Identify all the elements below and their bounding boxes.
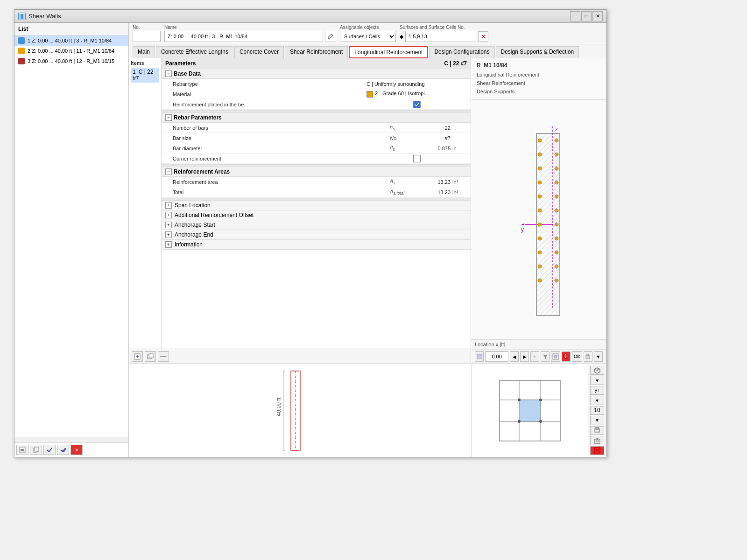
check-button[interactable] — [43, 445, 56, 455]
tab-concrete-cover[interactable]: Concrete Cover — [234, 46, 284, 58]
center-panel: Items 1 C | 22 #7 Parameters C | 22 #7 — [129, 58, 471, 364]
tab-long-reinf[interactable]: Longitudinal Reinforcement — [349, 46, 428, 58]
viz-box-button[interactable] — [551, 351, 560, 362]
tab-concrete-eff[interactable]: Concrete Effective Lengths — [156, 46, 233, 58]
list-item[interactable]: 1 Z: 0.00 ... 40.00 ft | 3 - R_M1 10/84 — [14, 35, 128, 46]
svg-point-42 — [555, 265, 558, 268]
bottom-right-view — [471, 364, 588, 457]
copy-row-button[interactable] — [145, 351, 156, 362]
param-material: Material 2 - Grade 60 | Isotropi... — [162, 89, 471, 99]
list-items: 1 Z: 0.00 ... 40.00 ft | 3 - R_M1 10/84 … — [14, 35, 128, 437]
viz-print-button[interactable] — [584, 351, 592, 362]
collapse-rebar-params[interactable]: − — [165, 114, 172, 121]
section-reinf-areas-header[interactable]: − Reinforcement Areas — [162, 167, 471, 177]
viz-arrow-button[interactable]: ↑ — [530, 351, 539, 362]
collapsed-anchorage-end[interactable]: + Anchorage End — [162, 230, 471, 240]
bottom-error-button[interactable] — [590, 446, 604, 455]
section-base-data-header[interactable]: − Base Data — [162, 69, 471, 79]
tabs-bar: Main Concrete Effective Lengths Concrete… — [129, 44, 606, 58]
bottom-grid-button[interactable]: 10 — [590, 406, 604, 415]
list-item-2[interactable]: 2 Z: 0.00 ... 40.00 ft | 11 - R_M1 10/84 — [14, 46, 128, 56]
minimize-button[interactable]: – — [570, 11, 580, 21]
svg-point-32 — [538, 279, 542, 282]
add-button[interactable] — [16, 445, 28, 455]
collapsed-information[interactable]: + Information — [162, 240, 471, 250]
bottom-dropdown-1[interactable]: ▼ — [590, 376, 604, 385]
svg-point-27 — [538, 209, 542, 212]
list-item-3[interactable]: 3 Z: 0.00 ... 40.00 ft | 12 - R_M1 10/15 — [14, 56, 128, 66]
collapsed-anchorage-start[interactable]: + Anchorage Start — [162, 220, 471, 230]
delete-button[interactable]: ✕ — [70, 445, 83, 455]
svg-text:!: ! — [565, 354, 567, 359]
maximize-button[interactable]: □ — [581, 11, 592, 21]
bottom-dropdown-3[interactable]: ▼ — [590, 416, 604, 425]
viz-footer: Location x [ft] — [471, 339, 606, 349]
svg-rect-6 — [35, 447, 39, 451]
collapsed-span-location[interactable]: + Span Location — [162, 201, 471, 210]
tab-main[interactable]: Main — [133, 46, 155, 58]
expand-anchorage-start[interactable]: + — [165, 222, 172, 228]
anchorage-end-label: Anchorage End — [175, 231, 213, 238]
bottom-print2-button[interactable] — [590, 426, 604, 435]
move-button[interactable] — [158, 351, 169, 362]
tab-design-supports[interactable]: Design Supports & Deflection — [496, 46, 579, 58]
tab-shear-reinf[interactable]: Shear Reinforcement — [285, 46, 348, 58]
surfaces-label: Surfaces and Surface Cells No. — [400, 25, 488, 30]
viz-item-long-reinf: Longitudinal Reinforcement — [477, 70, 601, 79]
svg-marker-46 — [543, 355, 548, 359]
viz-nav-prev[interactable]: ◀ — [510, 351, 519, 362]
edit-name-button[interactable] — [325, 31, 336, 42]
bottom-3d-button[interactable] — [590, 366, 604, 375]
param-reinforcement-placed: Reinforcement placed in the be... — [162, 99, 471, 110]
location-value-input[interactable] — [485, 351, 508, 362]
param-corner-reinf: Corner reinforcement — [162, 154, 471, 164]
collapse-base-data[interactable]: − — [165, 70, 172, 77]
list-item-text-2: 2 Z: 0.00 ... 40.00 ft | 11 - R_M1 10/84 — [28, 48, 114, 54]
new-row-button[interactable] — [132, 351, 143, 362]
viz-select-button[interactable] — [475, 351, 484, 362]
corner-reinf-checkbox[interactable] — [413, 155, 421, 162]
bottom-dropdown-2[interactable]: ▼ — [590, 396, 604, 405]
bottom-y-button[interactable]: y↑ — [590, 386, 604, 395]
params-column: Parameters C | 22 #7 − Base Data — [162, 58, 471, 349]
item-row[interactable]: 1 C | 22 #7 — [131, 68, 159, 83]
svg-point-31 — [538, 265, 542, 268]
bottom-panel: 40.00 ft — [129, 364, 606, 457]
collapsed-additional-reinf[interactable]: + Additional Reinforcement Offset — [162, 210, 471, 220]
surfaces-clear-button[interactable]: ✕ — [478, 31, 488, 42]
viz-100-button[interactable]: 100 — [572, 351, 582, 362]
close-button[interactable]: ✕ — [592, 11, 603, 21]
list-marker-3 — [18, 58, 25, 64]
svg-text:z: z — [555, 126, 558, 133]
name-input[interactable] — [164, 31, 323, 42]
list-header: List — [14, 23, 128, 35]
location-label: Location x [ft] — [475, 342, 505, 347]
collapse-reinf-areas[interactable]: − — [165, 168, 172, 175]
horizontal-scrollbar[interactable] — [14, 437, 128, 442]
bottom-camera-button[interactable] — [590, 436, 604, 445]
viz-nav-next[interactable]: ▶ — [520, 351, 529, 362]
param-total-name: Total — [173, 189, 390, 195]
param-reinf-area-value: 13.23 — [413, 179, 451, 185]
expand-additional-reinf[interactable]: + — [165, 212, 172, 218]
viz-filter-button[interactable] — [541, 351, 550, 362]
svg-rect-4 — [21, 449, 24, 451]
surfaces-input[interactable] — [405, 31, 476, 42]
reinf-placed-checkbox[interactable] — [413, 101, 421, 108]
no-input[interactable] — [133, 31, 161, 42]
param-reinf-placed-value — [413, 101, 451, 108]
viz-dropdown-button[interactable]: ▼ — [594, 351, 603, 362]
viz-warning-button[interactable]: ! — [562, 351, 571, 362]
expand-anchorage-end[interactable]: + — [165, 231, 172, 238]
tab-design-config[interactable]: Design Configurations — [429, 46, 494, 58]
list-marker-1 — [18, 37, 25, 44]
check2-button[interactable] — [57, 445, 69, 455]
material-swatch — [366, 91, 373, 98]
expand-information[interactable]: + — [165, 241, 172, 248]
expand-span-location[interactable]: + — [165, 202, 172, 209]
section-rebar-params-header[interactable]: − Rebar Parameters — [162, 113, 471, 123]
information-label: Information — [175, 241, 203, 248]
svg-line-76 — [597, 369, 600, 371]
assignable-select[interactable]: Surfaces / Cells — [340, 31, 396, 42]
duplicate-button[interactable] — [30, 445, 42, 455]
